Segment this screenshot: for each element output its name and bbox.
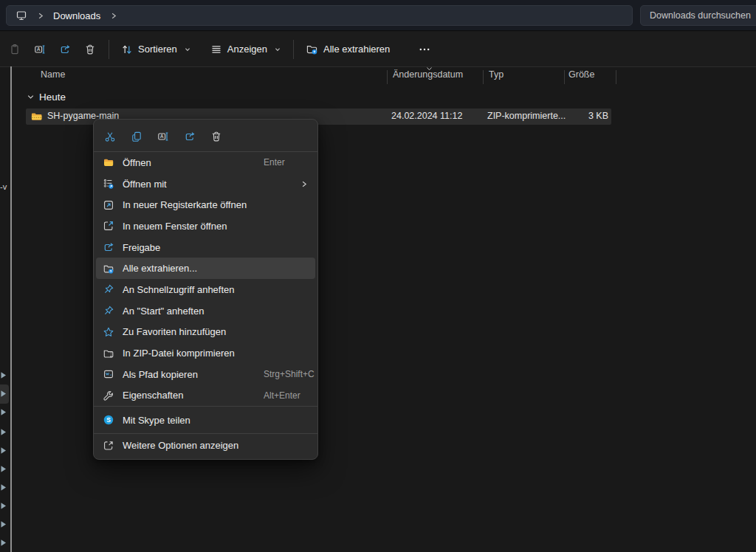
- submenu-chevron-icon: [300, 180, 308, 188]
- file-size: 3 KB: [564, 111, 608, 121]
- menu-item-extract-all[interactable]: Alle extrahieren...: [96, 258, 315, 279]
- chevron-right-icon[interactable]: [0, 465, 8, 473]
- menu-item-freigabe[interactable]: Freigabe: [94, 237, 317, 258]
- menu-item-pin-start[interactable]: An "Start" anheften: [94, 300, 317, 322]
- sort-icon: [121, 44, 133, 55]
- cut-icon: [104, 131, 116, 142]
- menu-item-compress-zip[interactable]: In ZIP-Datei komprimieren: [94, 342, 317, 364]
- column-divider[interactable]: [564, 70, 565, 84]
- copy-button[interactable]: [126, 126, 147, 147]
- delete-button[interactable]: [78, 36, 103, 63]
- chevron-right-icon[interactable]: [0, 502, 8, 510]
- column-header-name[interactable]: Name: [41, 69, 65, 80]
- more-options-icon: [103, 440, 114, 452]
- ellipsis-icon: [419, 44, 430, 55]
- column-header-modified[interactable]: Änderungsdatum: [393, 69, 463, 80]
- chevron-right-icon[interactable]: [0, 408, 8, 416]
- share-icon: [59, 44, 71, 55]
- chevron-right-icon[interactable]: [0, 428, 8, 436]
- menu-item-open-new-window[interactable]: In neuem Fenster öffnen: [94, 215, 317, 237]
- see-more-button[interactable]: [412, 36, 437, 63]
- group-label: Heute: [39, 92, 66, 103]
- share-icon: [103, 241, 114, 253]
- paste-button[interactable]: [2, 36, 27, 63]
- rename-button[interactable]: A: [27, 36, 52, 63]
- pane-splitter[interactable]: [10, 66, 12, 552]
- extract-icon: [103, 263, 114, 275]
- view-button[interactable]: Anzeigen: [205, 36, 287, 63]
- view-label: Anzeigen: [227, 44, 267, 55]
- menu-item-open-new-tab[interactable]: In neuer Registerkarte öffnen: [94, 194, 317, 215]
- svg-text:S: S: [106, 416, 111, 424]
- menu-item-add-favorites[interactable]: Zu Favoriten hinzufügen: [94, 322, 317, 343]
- file-type: ZIP-komprimierte...: [487, 111, 566, 121]
- group-header-heute[interactable]: Heute: [27, 92, 66, 103]
- folder-open-icon: [103, 156, 114, 168]
- skype-icon: S: [103, 414, 114, 426]
- new-tab-icon: [103, 199, 114, 211]
- rename-button[interactable]: A: [153, 126, 173, 147]
- breadcrumb-location[interactable]: Downloads: [53, 10, 100, 21]
- column-divider[interactable]: [483, 70, 484, 84]
- delete-icon: [84, 44, 96, 55]
- chevron-right-icon[interactable]: [109, 12, 117, 20]
- toolbar-divider: [109, 40, 109, 59]
- copy-icon: [131, 131, 142, 142]
- chevron-right-icon[interactable]: [0, 539, 8, 547]
- zip-folder-icon: [30, 111, 43, 123]
- context-menu-quick-actions: A: [94, 122, 317, 151]
- search-input[interactable]: Downloads durchsuchen: [640, 5, 756, 26]
- chevron-right-icon[interactable]: [0, 483, 8, 491]
- chevron-down-icon: [274, 46, 281, 53]
- delete-button[interactable]: [206, 126, 227, 147]
- chevron-right-icon: [36, 12, 44, 20]
- accelerator: Enter: [264, 157, 285, 168]
- menu-item-more-options[interactable]: Weitere Optionen anzeigen: [94, 434, 317, 457]
- share-icon: [184, 131, 196, 142]
- open-with-icon: [103, 178, 114, 190]
- column-divider[interactable]: [616, 70, 616, 84]
- column-header-type[interactable]: Typ: [489, 69, 504, 80]
- sort-label: Sortieren: [138, 44, 177, 55]
- chevron-right-icon[interactable]: [0, 371, 8, 379]
- new-window-icon: [103, 220, 114, 232]
- column-divider[interactable]: [387, 70, 388, 84]
- chevron-down-icon[interactable]: [27, 93, 35, 101]
- search-placeholder: Downloads durchsuchen: [650, 10, 751, 21]
- sort-button[interactable]: Sortieren: [115, 36, 197, 63]
- cut-button[interactable]: [100, 126, 120, 147]
- column-header-size[interactable]: Größe: [568, 69, 594, 80]
- share-button[interactable]: [52, 36, 78, 63]
- extract-all-button[interactable]: Alle extrahieren: [300, 36, 396, 63]
- address-row: Downloads Downloads durchsuchen: [0, 0, 756, 31]
- extract-label: Alle extrahieren: [323, 44, 390, 55]
- address-bar[interactable]: Downloads: [6, 5, 633, 26]
- toolbar-divider: [293, 40, 294, 59]
- wrench-icon: [103, 390, 114, 401]
- rename-icon: A: [157, 131, 169, 142]
- chevron-right-icon[interactable]: [0, 390, 8, 398]
- svg-text:A: A: [37, 46, 41, 52]
- menu-item-pin-quick-access[interactable]: An Schnellzugriff anheften: [94, 279, 317, 300]
- pin-icon: [103, 305, 114, 317]
- monitor-icon[interactable]: [16, 10, 27, 21]
- copy-path-icon: [103, 368, 114, 380]
- content-divider: [0, 66, 756, 67]
- menu-item-properties[interactable]: Eigenschaften Alt+Enter: [94, 385, 317, 407]
- menu-item-open[interactable]: Öffnen Enter: [94, 152, 317, 173]
- paste-icon: [9, 44, 21, 55]
- menu-item-open-with[interactable]: Öffnen mit: [94, 173, 317, 195]
- rename-icon: A: [34, 44, 46, 55]
- share-button[interactable]: [179, 126, 200, 147]
- chevron-down-icon: [184, 46, 191, 53]
- menu-item-share-skype[interactable]: S Mit Skype teilen: [94, 407, 317, 433]
- view-icon: [210, 44, 222, 55]
- menu-item-copy-path[interactable]: Als Pfad kopieren Strg+Shift+C: [94, 364, 317, 385]
- file-modified: 24.02.2024 11:12: [391, 111, 462, 121]
- extract-icon: [306, 43, 318, 55]
- chevron-right-icon[interactable]: [0, 446, 8, 455]
- command-toolbar: A Sortieren: [0, 32, 756, 66]
- star-icon: [103, 326, 114, 338]
- accelerator: Strg+Shift+C: [264, 369, 315, 379]
- chevron-right-icon[interactable]: [0, 520, 8, 528]
